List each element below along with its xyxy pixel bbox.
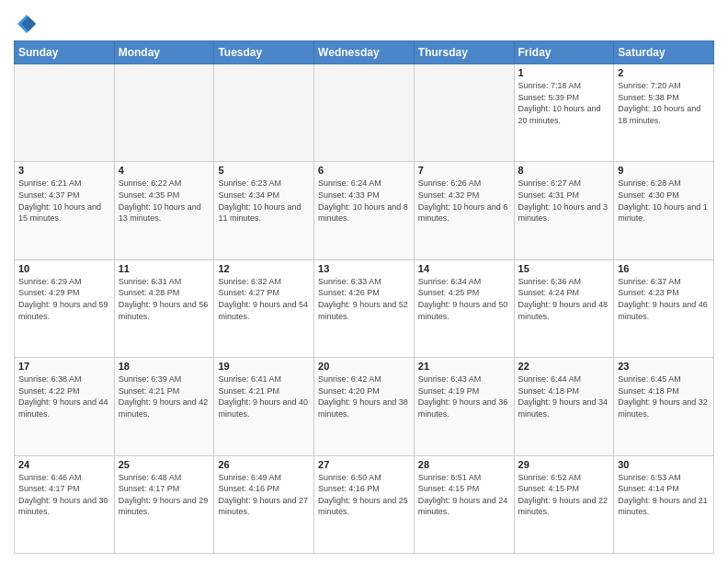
day-number: 5: [218, 165, 310, 176]
day-info: Sunrise: 7:18 AM Sunset: 5:39 PM Dayligh…: [518, 80, 610, 126]
day-info: Sunrise: 6:36 AM Sunset: 4:24 PM Dayligh…: [518, 276, 610, 322]
weekday-header-wednesday: Wednesday: [314, 41, 415, 64]
day-info: Sunrise: 6:22 AM Sunset: 4:35 PM Dayligh…: [119, 178, 210, 224]
day-number: 8: [518, 165, 610, 176]
calendar-cell: 3Sunrise: 6:21 AM Sunset: 4:37 PM Daylig…: [15, 162, 115, 259]
weekday-header-row: SundayMondayTuesdayWednesdayThursdayFrid…: [15, 41, 714, 64]
day-info: Sunrise: 6:33 AM Sunset: 4:26 PM Dayligh…: [318, 276, 410, 322]
day-number: 19: [218, 361, 310, 372]
calendar-cell: [414, 64, 514, 162]
day-info: Sunrise: 6:34 AM Sunset: 4:25 PM Dayligh…: [418, 276, 510, 322]
weekday-header-monday: Monday: [114, 41, 214, 64]
day-info: Sunrise: 6:38 AM Sunset: 4:22 PM Dayligh…: [18, 373, 110, 419]
calendar-cell: 21Sunrise: 6:43 AM Sunset: 4:19 PM Dayli…: [414, 358, 514, 455]
calendar-table: SundayMondayTuesdayWednesdayThursdayFrid…: [14, 40, 714, 554]
day-number: 1: [518, 67, 610, 78]
calendar-cell: 17Sunrise: 6:38 AM Sunset: 4:22 PM Dayli…: [15, 358, 115, 455]
calendar-cell: [114, 64, 214, 162]
calendar-cell: 15Sunrise: 6:36 AM Sunset: 4:24 PM Dayli…: [514, 259, 614, 357]
day-number: 3: [18, 165, 110, 176]
day-info: Sunrise: 6:44 AM Sunset: 4:18 PM Dayligh…: [518, 373, 610, 419]
day-number: 16: [618, 263, 710, 274]
day-info: Sunrise: 6:45 AM Sunset: 4:18 PM Dayligh…: [618, 373, 710, 419]
weekday-header-friday: Friday: [514, 41, 614, 64]
calendar-cell: 2Sunrise: 7:20 AM Sunset: 5:38 PM Daylig…: [614, 64, 714, 162]
calendar-cell: 1Sunrise: 7:18 AM Sunset: 5:39 PM Daylig…: [514, 64, 614, 162]
calendar-cell: 25Sunrise: 6:48 AM Sunset: 4:17 PM Dayli…: [114, 455, 214, 553]
calendar-cell: 20Sunrise: 6:42 AM Sunset: 4:20 PM Dayli…: [314, 358, 415, 455]
day-number: 20: [318, 361, 410, 372]
day-number: 13: [318, 263, 410, 274]
page: SundayMondayTuesdayWednesdayThursdayFrid…: [0, 0, 728, 563]
calendar-cell: 18Sunrise: 6:39 AM Sunset: 4:21 PM Dayli…: [114, 358, 214, 455]
logo-icon: [16, 13, 38, 35]
calendar-cell: [214, 64, 314, 162]
day-info: Sunrise: 6:23 AM Sunset: 4:34 PM Dayligh…: [218, 178, 310, 224]
weekday-header-saturday: Saturday: [614, 41, 714, 64]
day-number: 29: [518, 459, 610, 470]
calendar-cell: [15, 64, 115, 162]
day-info: Sunrise: 6:26 AM Sunset: 4:32 PM Dayligh…: [418, 178, 510, 224]
calendar-week-row: 17Sunrise: 6:38 AM Sunset: 4:22 PM Dayli…: [15, 358, 714, 455]
day-number: 15: [518, 263, 610, 274]
day-number: 24: [18, 459, 110, 470]
calendar-cell: 12Sunrise: 6:32 AM Sunset: 4:27 PM Dayli…: [214, 259, 314, 357]
header: [14, 9, 714, 35]
day-info: Sunrise: 6:41 AM Sunset: 4:21 PM Dayligh…: [218, 373, 310, 419]
calendar-cell: 8Sunrise: 6:27 AM Sunset: 4:31 PM Daylig…: [514, 162, 614, 259]
calendar-cell: [314, 64, 415, 162]
day-number: 4: [119, 165, 210, 176]
calendar-cell: 6Sunrise: 6:24 AM Sunset: 4:33 PM Daylig…: [314, 162, 415, 259]
calendar-cell: 10Sunrise: 6:29 AM Sunset: 4:29 PM Dayli…: [15, 259, 115, 357]
calendar-cell: 13Sunrise: 6:33 AM Sunset: 4:26 PM Dayli…: [314, 259, 415, 357]
day-info: Sunrise: 6:43 AM Sunset: 4:19 PM Dayligh…: [418, 373, 510, 419]
day-info: Sunrise: 6:50 AM Sunset: 4:16 PM Dayligh…: [318, 472, 410, 518]
day-number: 2: [618, 67, 710, 78]
calendar-cell: 7Sunrise: 6:26 AM Sunset: 4:32 PM Daylig…: [414, 162, 514, 259]
calendar-cell: 14Sunrise: 6:34 AM Sunset: 4:25 PM Dayli…: [414, 259, 514, 357]
day-number: 18: [119, 361, 210, 372]
calendar-cell: 11Sunrise: 6:31 AM Sunset: 4:28 PM Dayli…: [114, 259, 214, 357]
day-info: Sunrise: 6:28 AM Sunset: 4:30 PM Dayligh…: [618, 178, 710, 224]
day-info: Sunrise: 7:20 AM Sunset: 5:38 PM Dayligh…: [618, 80, 710, 126]
logo: [14, 13, 38, 35]
day-number: 23: [618, 361, 710, 372]
calendar-week-row: 24Sunrise: 6:46 AM Sunset: 4:17 PM Dayli…: [15, 455, 714, 553]
day-number: 25: [119, 459, 210, 470]
calendar-cell: 4Sunrise: 6:22 AM Sunset: 4:35 PM Daylig…: [114, 162, 214, 259]
day-number: 30: [618, 459, 710, 470]
calendar-cell: 26Sunrise: 6:49 AM Sunset: 4:16 PM Dayli…: [214, 455, 314, 553]
day-number: 14: [418, 263, 510, 274]
calendar-cell: 19Sunrise: 6:41 AM Sunset: 4:21 PM Dayli…: [214, 358, 314, 455]
calendar-cell: 22Sunrise: 6:44 AM Sunset: 4:18 PM Dayli…: [514, 358, 614, 455]
day-number: 12: [218, 263, 310, 274]
calendar-cell: 27Sunrise: 6:50 AM Sunset: 4:16 PM Dayli…: [314, 455, 415, 553]
calendar-cell: 5Sunrise: 6:23 AM Sunset: 4:34 PM Daylig…: [214, 162, 314, 259]
day-info: Sunrise: 6:48 AM Sunset: 4:17 PM Dayligh…: [119, 472, 210, 518]
day-info: Sunrise: 6:24 AM Sunset: 4:33 PM Dayligh…: [318, 178, 410, 224]
day-info: Sunrise: 6:21 AM Sunset: 4:37 PM Dayligh…: [18, 178, 110, 224]
day-info: Sunrise: 6:32 AM Sunset: 4:27 PM Dayligh…: [218, 276, 310, 322]
day-info: Sunrise: 6:53 AM Sunset: 4:14 PM Dayligh…: [618, 472, 710, 518]
calendar-week-row: 1Sunrise: 7:18 AM Sunset: 5:39 PM Daylig…: [15, 64, 714, 162]
day-info: Sunrise: 6:31 AM Sunset: 4:28 PM Dayligh…: [119, 276, 210, 322]
calendar-cell: 29Sunrise: 6:52 AM Sunset: 4:15 PM Dayli…: [514, 455, 614, 553]
weekday-header-tuesday: Tuesday: [214, 41, 314, 64]
day-info: Sunrise: 6:39 AM Sunset: 4:21 PM Dayligh…: [119, 373, 210, 419]
day-number: 22: [518, 361, 610, 372]
day-number: 7: [418, 165, 510, 176]
calendar-cell: 23Sunrise: 6:45 AM Sunset: 4:18 PM Dayli…: [614, 358, 714, 455]
calendar-cell: 24Sunrise: 6:46 AM Sunset: 4:17 PM Dayli…: [15, 455, 115, 553]
day-info: Sunrise: 6:52 AM Sunset: 4:15 PM Dayligh…: [518, 472, 610, 518]
calendar-cell: 30Sunrise: 6:53 AM Sunset: 4:14 PM Dayli…: [614, 455, 714, 553]
day-info: Sunrise: 6:46 AM Sunset: 4:17 PM Dayligh…: [18, 472, 110, 518]
day-number: 10: [18, 263, 110, 274]
weekday-header-sunday: Sunday: [15, 41, 115, 64]
calendar-cell: 16Sunrise: 6:37 AM Sunset: 4:23 PM Dayli…: [614, 259, 714, 357]
day-number: 9: [618, 165, 710, 176]
day-number: 17: [18, 361, 110, 372]
calendar-cell: 28Sunrise: 6:51 AM Sunset: 4:15 PM Dayli…: [414, 455, 514, 553]
calendar-week-row: 3Sunrise: 6:21 AM Sunset: 4:37 PM Daylig…: [15, 162, 714, 259]
day-info: Sunrise: 6:37 AM Sunset: 4:23 PM Dayligh…: [618, 276, 710, 322]
calendar-week-row: 10Sunrise: 6:29 AM Sunset: 4:29 PM Dayli…: [15, 259, 714, 357]
